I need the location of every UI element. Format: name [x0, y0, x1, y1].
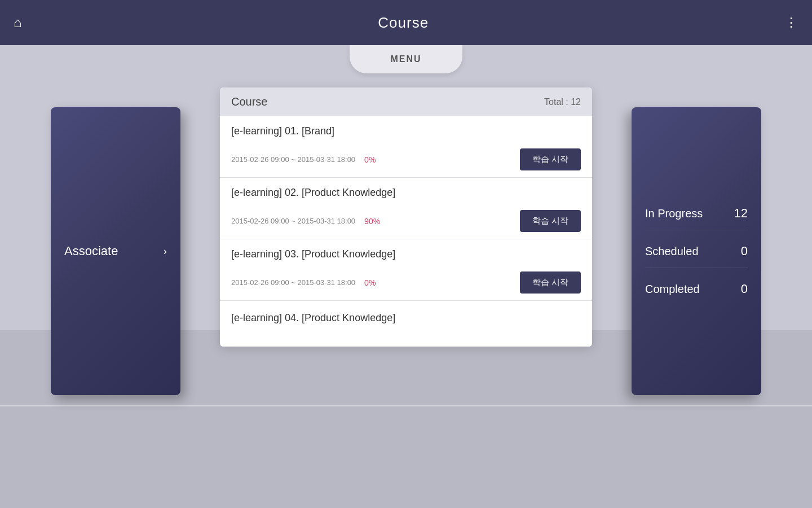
course-panel: Course Total : 12 [e-learning] 01. [Bran…	[220, 87, 592, 347]
course-name-3: [e-learning] 03. [Product Knowledge]	[231, 248, 581, 260]
home-icon[interactable]: ⌂	[14, 15, 22, 30]
page-title: Course	[378, 14, 429, 32]
course-date-1: 2015-02-26 09:00 ~ 2015-03-31 18:00	[231, 155, 355, 164]
course-item-4: [e-learning] 04. [Product Knowledge]	[220, 301, 592, 347]
course-panel-total: Total : 12	[544, 97, 581, 107]
stat-scheduled-label: Scheduled	[645, 245, 699, 258]
course-progress-2: 90%	[364, 217, 380, 226]
course-meta-3: 2015-02-26 09:00 ~ 2015-03-31 18:00 0% 학…	[231, 271, 581, 294]
stat-in-progress-label: In Progress	[645, 207, 703, 220]
start-button-1[interactable]: 학습 시작	[520, 148, 581, 170]
stat-completed-value: 0	[741, 282, 748, 296]
stat-completed: Completed 0	[645, 273, 748, 305]
associate-label: Associate	[64, 244, 118, 259]
course-meta-2: 2015-02-26 09:00 ~ 2015-03-31 18:00 90% …	[231, 210, 581, 232]
course-date-3: 2015-02-26 09:00 ~ 2015-03-31 18:00	[231, 278, 355, 287]
start-button-3[interactable]: 학습 시작	[520, 271, 581, 294]
course-progress-3: 0%	[364, 278, 376, 287]
stats-panel: In Progress 12 Scheduled 0 Completed 0	[632, 107, 761, 395]
course-panel-title: Course	[231, 95, 267, 108]
start-button-2[interactable]: 학습 시작	[520, 210, 581, 232]
stat-in-progress-value: 12	[734, 206, 748, 221]
course-name-2: [e-learning] 02. [Product Knowledge]	[231, 187, 581, 199]
menu-tab-label: MENU	[390, 54, 421, 64]
stat-completed-label: Completed	[645, 283, 700, 296]
course-progress-1: 0%	[364, 155, 376, 164]
associate-panel[interactable]: Associate ›	[51, 107, 180, 395]
associate-arrow: ›	[164, 246, 167, 257]
course-name-1: [e-learning] 01. [Brand]	[231, 125, 581, 137]
stat-scheduled: Scheduled 0	[645, 235, 748, 268]
stat-in-progress: In Progress 12	[645, 197, 748, 230]
more-menu-icon[interactable]: ⋮	[785, 15, 798, 30]
topbar: ⌂ Course ⋮	[0, 0, 812, 45]
course-name-4: [e-learning] 04. [Product Knowledge]	[231, 312, 581, 324]
menu-tab[interactable]: MENU	[350, 45, 462, 73]
course-item-2: [e-learning] 02. [Product Knowledge] 201…	[220, 178, 592, 239]
course-meta-1: 2015-02-26 09:00 ~ 2015-03-31 18:00 0% 학…	[231, 148, 581, 170]
floor-line	[0, 405, 812, 406]
stat-scheduled-value: 0	[741, 244, 748, 259]
course-item-3: [e-learning] 03. [Product Knowledge] 201…	[220, 239, 592, 301]
course-date-2: 2015-02-26 09:00 ~ 2015-03-31 18:00	[231, 217, 355, 225]
course-panel-header: Course Total : 12	[220, 87, 592, 116]
course-item-1: [e-learning] 01. [Brand] 2015-02-26 09:0…	[220, 116, 592, 178]
